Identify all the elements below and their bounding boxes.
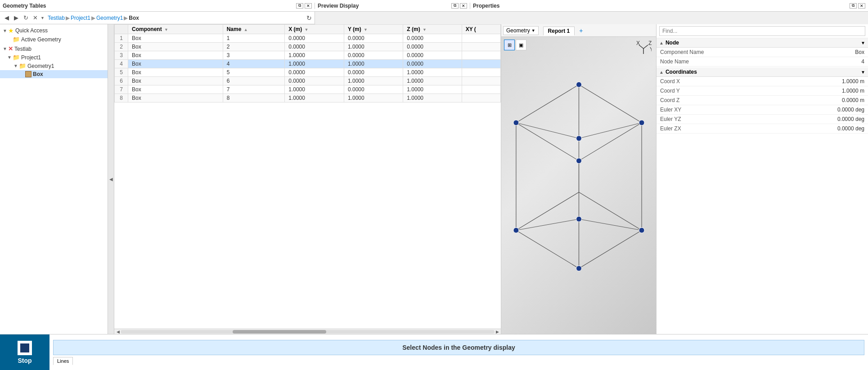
svg-point-25: [576, 216, 582, 222]
find-input[interactable]: [659, 26, 865, 36]
svg-point-24: [576, 136, 582, 141]
tree-item-testlab[interactable]: ▼ ✕ Testlab: [0, 45, 108, 53]
coord-z-label: Coord Z: [660, 97, 762, 103]
euler-xy-label: Euler XY: [660, 107, 762, 113]
geometry-dropdown-arrow: ▼: [531, 28, 535, 33]
props-row-component-name: Component Name Box: [657, 48, 868, 57]
props-row-euler-zx: Euler ZX 0.0000 deg: [657, 124, 868, 134]
geometry-dropdown[interactable]: Geometry ▼: [503, 26, 539, 35]
props-tile-icon-2[interactable]: ✕: [858, 3, 865, 9]
col-xy[interactable]: XY (: [462, 25, 500, 34]
col-y[interactable]: Y (m) ▼: [344, 25, 403, 34]
table-row[interactable]: 1 Box 1 0.0000 0.0000 0.0000: [115, 34, 501, 43]
col-x[interactable]: X (m) ▼: [285, 25, 344, 34]
coords-toggle-icon: ▲: [659, 70, 664, 75]
breadcrumb-item-project1[interactable]: Project1: [71, 15, 90, 21]
table-row[interactable]: 2 Box 2 0.0000 1.0000 0.0000: [115, 43, 501, 51]
scroll-right-arrow[interactable]: ▶: [495, 329, 500, 334]
scroll-left-arrow[interactable]: ◀: [115, 329, 121, 334]
table-row[interactable]: 6 Box 6 0.0000 1.0000 1.0000: [115, 77, 501, 85]
cell-z: 1.0000: [403, 85, 462, 94]
euler-zx-label: Euler ZX: [660, 125, 762, 132]
col-name[interactable]: Name ▲: [223, 25, 285, 34]
nav-stop-button[interactable]: ✕: [31, 14, 39, 22]
node-section-label: Node: [666, 40, 679, 46]
tree-item-box[interactable]: Box: [0, 70, 108, 78]
tree-item-quick-access[interactable]: ▼ ★ Quick Access: [0, 26, 108, 35]
props-row-node-name: Node Name 4: [657, 57, 868, 67]
tree-label-active-geometry: Active Geometry: [21, 36, 61, 43]
cell-x: 1.0000: [285, 94, 344, 103]
table-row[interactable]: 3 Box 3 1.0000 0.0000 0.0000: [115, 51, 501, 60]
node-name-value: 4: [762, 58, 864, 65]
cell-name: 7: [223, 85, 285, 94]
breadcrumb-item-testlab[interactable]: Testlab: [48, 15, 65, 21]
geometry-tables-title: Geometry Tables: [3, 3, 46, 9]
nav-back-button[interactable]: ◀: [3, 14, 11, 22]
cell-num: 8: [115, 94, 128, 103]
tree-item-project1[interactable]: ▼ 📁 Project1: [0, 53, 108, 62]
nav-dropdown-arrow[interactable]: ▼: [40, 16, 45, 20]
col-component[interactable]: Component ▼: [128, 25, 223, 34]
tree-item-geometry1[interactable]: ▼ 📁 Geometry1: [0, 62, 108, 70]
cell-z: 1.0000: [403, 77, 462, 85]
cell-z: 0.0000: [403, 60, 462, 68]
props-tile-icon-1[interactable]: ⧉: [850, 3, 857, 9]
stop-button[interactable]: Stop: [0, 334, 49, 370]
coordinates-section-header[interactable]: ▲ Coordinates ▼: [657, 67, 868, 77]
tile-icon-2[interactable]: ✕: [305, 3, 312, 9]
cell-y: 0.0000: [344, 68, 403, 77]
nav-forward-button[interactable]: ▶: [12, 14, 20, 22]
cell-component: Box: [128, 94, 223, 103]
tab-report1[interactable]: Report 1: [543, 27, 575, 36]
cell-y: 0.0000: [344, 51, 403, 60]
coord-z-value: 0.0000 m: [762, 97, 864, 103]
coords-section-collapse-right: ▼: [861, 70, 865, 75]
geometry1-icon: 📁: [19, 62, 26, 69]
status-tab-lines[interactable]: Lines: [53, 357, 73, 365]
cell-num: 3: [115, 51, 128, 60]
cell-x: 1.0000: [285, 85, 344, 94]
euler-yz-label: Euler YZ: [660, 116, 762, 122]
breadcrumb: Testlab ▶ Project1 ▶ Geometry1 ▶ Box: [48, 15, 139, 21]
cell-z: 0.0000: [403, 43, 462, 51]
node-name-label: Node Name: [660, 58, 762, 65]
table-row[interactable]: 8 Box 8 1.0000 1.0000 1.0000: [115, 94, 501, 103]
col-z[interactable]: Z (m) ▼: [403, 25, 462, 34]
svg-point-23: [576, 158, 582, 164]
component-name-label: Component Name: [660, 49, 762, 55]
cell-component: Box: [128, 60, 223, 68]
node-section-collapse-right: ▼: [861, 40, 865, 45]
cell-x: 0.0000: [285, 77, 344, 85]
tree-item-active-geometry[interactable]: 📁 Active Geometry: [0, 35, 108, 44]
preview-tile-icon-1[interactable]: ⧉: [451, 3, 459, 9]
node-section-header[interactable]: ▲ Node ▼: [657, 38, 868, 48]
cell-name: 8: [223, 94, 285, 103]
cell-num: 6: [115, 77, 128, 85]
table-row[interactable]: 7 Box 7 1.0000 0.0000 1.0000: [115, 85, 501, 94]
cell-component: Box: [128, 85, 223, 94]
preview-tile-icon-2[interactable]: ✕: [460, 3, 467, 9]
nav-end-refresh-button[interactable]: ↻: [306, 14, 312, 22]
tile-icon-1[interactable]: ⧉: [296, 3, 303, 9]
cell-num: 1: [115, 34, 128, 43]
col-num[interactable]: [115, 25, 128, 34]
cell-xy: [462, 51, 500, 60]
cell-component: Box: [128, 77, 223, 85]
folder-icon: 📁: [13, 36, 20, 43]
tree-label-geometry1: Geometry1: [27, 63, 54, 69]
nav-refresh-button[interactable]: ↻: [22, 14, 30, 22]
euler-yz-value: 0.0000 deg: [762, 116, 864, 122]
table-row[interactable]: 4 Box 4 1.0000 1.0000 0.0000: [115, 60, 501, 68]
table-row[interactable]: 5 Box 5 0.0000 0.0000 1.0000: [115, 68, 501, 77]
status-message: Select Nodes in the Geometry display: [53, 340, 864, 355]
cell-component: Box: [128, 68, 223, 77]
add-tab-button[interactable]: +: [577, 27, 585, 34]
cell-name: 3: [223, 51, 285, 60]
tree-panel-collapse[interactable]: ◀: [108, 24, 114, 334]
cell-y: 0.0000: [344, 85, 403, 94]
cell-xy: [462, 85, 500, 94]
breadcrumb-item-geometry1[interactable]: Geometry1: [96, 15, 123, 21]
box-icon: [25, 71, 31, 77]
props-row-euler-xy: Euler XY 0.0000 deg: [657, 105, 868, 115]
